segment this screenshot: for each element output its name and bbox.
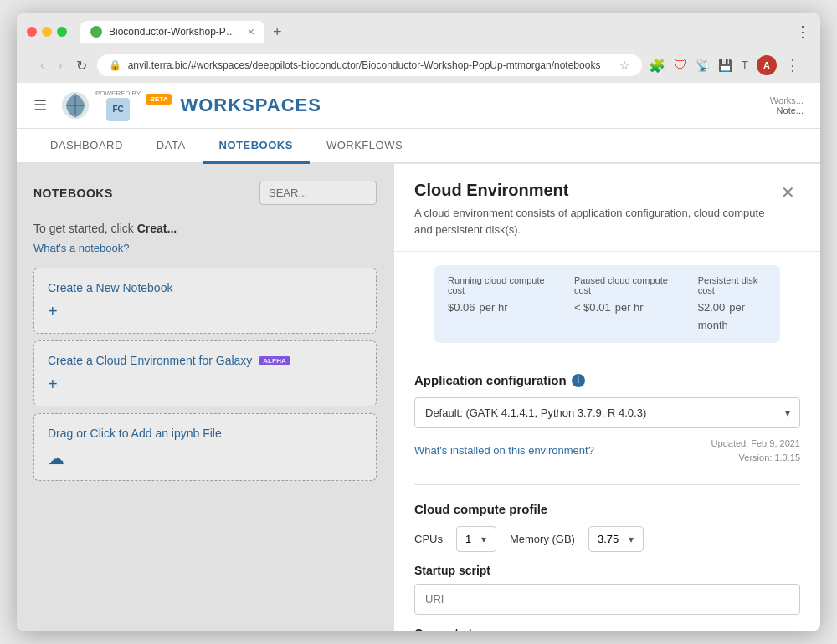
drag-ipynb-card[interactable]: Drag or Click to Add an ipynb File ☁ (33, 413, 377, 480)
tab-workflows[interactable]: WORKFLOWS (310, 129, 419, 164)
browser-menu-icon[interactable]: ⋮ (795, 23, 810, 41)
browser-window: Bioconductor-Workshop-PopU... × + ⋮ ‹ › … (17, 13, 820, 631)
powered-by-label: POWERED BY (95, 89, 141, 98)
browser-titlebar: Bioconductor-Workshop-PopU... × + ⋮ ‹ › … (17, 13, 820, 83)
running-cost-value: $0.06 per hr (448, 298, 547, 315)
cast-icon[interactable]: 📡 (696, 59, 710, 72)
compute-type-label: Compute type (414, 626, 800, 631)
paused-cost-unit: per hr (615, 301, 644, 314)
browser-controls: Bioconductor-Workshop-PopU... × + ⋮ (27, 21, 810, 43)
cpu-select-wrapper: 1 ▾ (456, 526, 496, 552)
cpu-memory-row: CPUs 1 ▾ Memory (GB) 3.75 (414, 526, 800, 552)
maximize-window-button[interactable] (57, 27, 67, 37)
startup-script-input[interactable] (414, 584, 800, 615)
tab-favicon (90, 26, 102, 38)
notebook-cards: Create a New Notebook + Create a Cloud E… (33, 268, 377, 481)
tab-dashboard[interactable]: DASHBOARD (33, 129, 140, 164)
create-notebook-title: Create a New Notebook (48, 280, 362, 295)
main-area: NOTEBOOKS To get started, click Creat...… (17, 164, 820, 631)
fc-logo: FC (106, 98, 130, 121)
cpu-label: CPUs (414, 533, 443, 545)
beta-badge: BETA (146, 94, 172, 105)
alpha-badge: ALPHA (259, 356, 290, 365)
address-bar-row: ‹ › ↻ 🔒 anvil.terra.bio/#workspaces/deep… (27, 49, 810, 83)
new-tab-button[interactable]: + (268, 23, 287, 41)
app-header: ☰ POWERED BY FC BETA WORKSPACES Works...… (17, 83, 820, 129)
hamburger-menu-button[interactable]: ☰ (33, 96, 47, 115)
profile-avatar[interactable]: A (757, 55, 777, 75)
tab-bar: Bioconductor-Workshop-PopU... × + (80, 21, 788, 43)
paused-cost-item: Paused cloud compute cost < $0.01 per hr (574, 275, 671, 333)
cloud-environment-panel: Cloud Environment A cloud environment co… (393, 164, 820, 631)
close-window-button[interactable] (27, 27, 37, 37)
header-breadcrumb: Works... Note... (770, 95, 804, 115)
address-bar[interactable]: 🔒 anvil.terra.bio/#workspaces/deeppilots… (97, 54, 643, 76)
env-installed-link[interactable]: What's installed on this environment? (414, 444, 711, 457)
save-icon[interactable]: 💾 (718, 59, 732, 72)
env-version: Updated: Feb 9, 2021 Version: 1.0.15 (711, 437, 800, 464)
notebook-breadcrumb: Note... (777, 105, 804, 115)
whats-notebook-link[interactable]: What's a notebook? (33, 242, 377, 254)
notebooks-header: NOTEBOOKS (33, 181, 377, 205)
tab-data[interactable]: DATA (140, 129, 203, 164)
create-galaxy-card[interactable]: Create a Cloud Environment for Galaxy AL… (33, 340, 377, 406)
cloud-panel-description: A cloud environment consists of applicat… (414, 205, 766, 238)
forward-button[interactable]: › (54, 56, 65, 74)
lock-icon: 🔒 (109, 59, 121, 71)
running-cost-item: Running cloud compute cost $0.06 per hr (448, 275, 547, 333)
getting-started-text: To get started, click Creat... What's a … (33, 222, 377, 254)
upload-icon: ☁ (48, 449, 64, 468)
back-button[interactable]: ‹ (37, 56, 48, 74)
translate-icon[interactable]: T (741, 59, 748, 72)
refresh-button[interactable]: ↻ (73, 56, 90, 75)
browser-toolbar-icons: 🧩 🛡 📡 💾 T A ⋮ (649, 55, 800, 75)
compute-profile-section: Cloud compute profile CPUs 1 ▾ Memory (G… (414, 502, 800, 631)
cloud-panel-title: Cloud Environment (414, 181, 766, 200)
app-config-section: Application configuration i Default: (GA… (414, 373, 800, 464)
app-content: ☰ POWERED BY FC BETA WORKSPACES Works...… (17, 83, 820, 631)
cost-summary: Running cloud compute cost $0.06 per hr … (434, 265, 780, 343)
add-galaxy-icon: + (48, 375, 58, 393)
workspaces-label: WORKSPACES (180, 95, 321, 116)
tab-title: Bioconductor-Workshop-PopU... (109, 26, 241, 38)
memory-select-wrapper: 3.75 ▾ (588, 526, 644, 552)
env-meta: What's installed on this environment? Up… (414, 437, 800, 464)
cloud-panel-header: Cloud Environment A cloud environment co… (394, 164, 820, 252)
search-input[interactable] (259, 181, 377, 205)
app-config-label: Application configuration i (414, 373, 800, 387)
add-notebook-icon: + (48, 302, 58, 320)
disk-cost-label: Persistent disk cost (698, 275, 767, 295)
bookmark-icon[interactable]: ☆ (619, 59, 630, 72)
logo-area: POWERED BY FC BETA WORKSPACES (60, 89, 321, 121)
terra-logo-icon (60, 90, 90, 120)
paused-cost-value: < $0.01 per hr (574, 298, 671, 315)
notebooks-panel: NOTEBOOKS To get started, click Creat...… (17, 164, 393, 631)
minimize-window-button[interactable] (42, 27, 52, 37)
compute-profile-label: Cloud compute profile (414, 502, 800, 516)
app-config-select[interactable]: Default: (GATK 4.1.4.1, Python 3.7.9, R … (414, 397, 800, 428)
app-config-select-wrapper: Default: (GATK 4.1.4.1, Python 3.7.9, R … (414, 397, 800, 428)
create-notebook-card[interactable]: Create a New Notebook + (33, 268, 377, 334)
tab-close-icon[interactable]: × (248, 26, 254, 38)
notebooks-title: NOTEBOOKS (33, 187, 113, 200)
tab-notebooks[interactable]: NOTEBOOKS (203, 129, 310, 164)
startup-script-label: Startup script (414, 564, 800, 577)
address-text: anvil.terra.bio/#workspaces/deeppilots-b… (128, 59, 614, 71)
nav-tabs: DASHBOARD DATA NOTEBOOKS WORKFLOWS (17, 129, 820, 164)
paused-cost-label: Paused cloud compute cost (574, 275, 671, 295)
getting-started-prefix: To get started, click (33, 222, 134, 235)
extensions-icon[interactable]: 🧩 (649, 58, 665, 74)
memory-select[interactable]: 3.75 (588, 526, 644, 552)
browser-tab[interactable]: Bioconductor-Workshop-PopU... × (80, 21, 264, 43)
close-panel-button[interactable]: ✕ (776, 181, 800, 204)
menu-dots-icon[interactable]: ⋮ (785, 56, 800, 74)
getting-started-bold: Creat... (137, 222, 177, 235)
app-config-info-icon[interactable]: i (572, 374, 585, 387)
traffic-lights (27, 27, 67, 37)
cpu-select[interactable]: 1 (456, 526, 496, 552)
create-galaxy-title: Create a Cloud Environment for Galaxy AL… (48, 353, 362, 368)
cloud-panel-body: Application configuration i Default: (GA… (394, 356, 820, 631)
section-divider-1 (414, 484, 800, 485)
drag-ipynb-title: Drag or Click to Add an ipynb File (48, 426, 362, 441)
running-cost-label: Running cloud compute cost (448, 275, 547, 295)
